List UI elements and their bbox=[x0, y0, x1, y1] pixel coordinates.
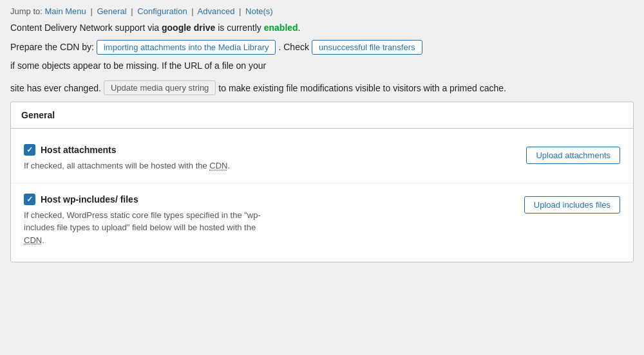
nav-link-notes[interactable]: Note(s) bbox=[245, 6, 273, 16]
nav-link-general[interactable]: General bbox=[97, 6, 126, 16]
upload-attachments-button[interactable]: Upload attachments bbox=[526, 147, 620, 164]
jump-to-nav: Jump to: Main Menu | General | Configura… bbox=[0, 0, 644, 20]
host-attachments-left: Host attachments If checked, all attachm… bbox=[24, 144, 507, 172]
prepare-cdn-middle: . Check bbox=[278, 39, 308, 55]
host-attachments-checkbox[interactable] bbox=[24, 144, 35, 156]
general-section-body: Host attachments If checked, all attachm… bbox=[11, 129, 633, 262]
upload-includes-button[interactable]: Upload includes files bbox=[524, 196, 620, 214]
host-wp-includes-label-row: Host wp-includes/ files bbox=[24, 194, 505, 205]
check-file-transfers-button[interactable]: unsuccessful file transfers bbox=[312, 40, 422, 55]
host-wp-includes-left: Host wp-includes/ files If checked, Word… bbox=[24, 194, 505, 247]
update-bar-prefix: site has ever changed. bbox=[10, 83, 101, 93]
cdn-status-bar: Content Delivery Network support via goo… bbox=[0, 20, 644, 37]
host-attachments-title: Host attachments bbox=[41, 145, 116, 155]
cdn-abbr-attachments: CDN bbox=[209, 161, 227, 170]
host-wp-includes-row: Host wp-includes/ files If checked, Word… bbox=[11, 183, 633, 257]
general-section-title: General bbox=[21, 110, 55, 120]
host-wp-includes-description: If checked, WordPress static core file t… bbox=[24, 209, 269, 247]
host-wp-includes-title: Host wp-includes/ files bbox=[41, 194, 138, 205]
cdn-service-name: google drive bbox=[162, 23, 215, 33]
general-section: General Host attachments If checked, all… bbox=[10, 102, 634, 262]
cdn-enabled-badge: enabled bbox=[264, 23, 298, 33]
general-section-header: General bbox=[11, 102, 633, 129]
prepare-cdn-prefix: Prepare the CDN by: bbox=[10, 39, 94, 55]
host-wp-includes-checkbox[interactable] bbox=[24, 194, 35, 205]
host-wp-includes-right: Upload includes files bbox=[505, 194, 620, 214]
update-bar-suffix: to make existing file modifications visi… bbox=[218, 83, 506, 93]
cdn-status-middle: is currently bbox=[218, 23, 261, 33]
import-attachments-button[interactable]: importing attachments into the Media Lib… bbox=[97, 40, 276, 55]
cdn-status-prefix: Content Delivery Network support via bbox=[10, 23, 159, 33]
nav-link-configuration[interactable]: Configuration bbox=[137, 6, 187, 16]
cdn-abbr-includes: CDN bbox=[24, 235, 42, 245]
prepare-cdn-suffix: if some objects appear to be missing. If… bbox=[10, 58, 266, 74]
host-attachments-label-row: Host attachments bbox=[24, 144, 507, 156]
update-string-bar: site has ever changed. Update media quer… bbox=[0, 78, 644, 102]
prepare-cdn-bar: Prepare the CDN by: importing attachment… bbox=[0, 37, 644, 78]
jump-to-label: Jump to: bbox=[10, 6, 43, 16]
main-content: General Host attachments If checked, all… bbox=[0, 102, 644, 273]
nav-link-main-menu[interactable]: Main Menu bbox=[44, 6, 86, 16]
host-attachments-right: Upload attachments bbox=[507, 144, 620, 164]
update-media-query-button[interactable]: Update media query string bbox=[104, 80, 216, 95]
host-attachments-description: If checked, all attachments will be host… bbox=[24, 159, 269, 172]
nav-link-advanced[interactable]: Advanced bbox=[198, 6, 235, 16]
host-attachments-row: Host attachments If checked, all attachm… bbox=[11, 134, 633, 183]
